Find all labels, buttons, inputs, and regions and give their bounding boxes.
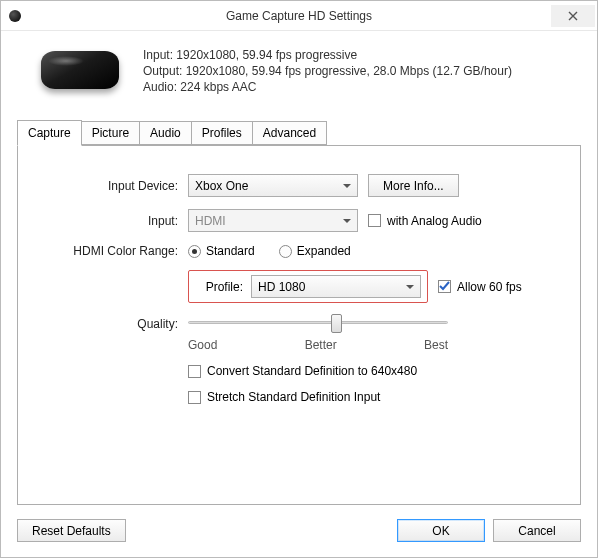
allow-60fps-label: Allow 60 fps xyxy=(457,280,522,294)
profile-highlight: Profile: HD 1080 xyxy=(188,270,428,303)
input-label: Input: xyxy=(38,214,188,228)
capture-panel: Input Device: Xbox One More Info... Inpu… xyxy=(17,145,581,505)
tab-audio[interactable]: Audio xyxy=(139,121,192,145)
radio-standard[interactable] xyxy=(188,245,201,258)
footer: Reset Defaults OK Cancel xyxy=(17,505,581,542)
titlebar: Game Capture HD Settings xyxy=(1,1,597,31)
slider-ticks: Good Better Best xyxy=(188,338,448,352)
hdmi-range-label: HDMI Color Range: xyxy=(38,244,188,258)
info-output: Output: 1920x1080, 59.94 fps progressive… xyxy=(143,63,512,79)
info-text: Input: 1920x1080, 59.94 fps progressive … xyxy=(143,45,512,97)
tab-capture[interactable]: Capture xyxy=(17,120,82,146)
allow-60fps-option[interactable]: Allow 60 fps xyxy=(438,280,522,294)
settings-window: Game Capture HD Settings Input: 1920x108… xyxy=(0,0,598,558)
quality-label: Quality: xyxy=(38,315,188,331)
tab-picture[interactable]: Picture xyxy=(81,121,140,145)
stretch-sd-option[interactable]: Stretch Standard Definition Input xyxy=(188,390,380,404)
input-select: HDMI xyxy=(188,209,358,232)
stretch-sd-checkbox[interactable] xyxy=(188,391,201,404)
cancel-button[interactable]: Cancel xyxy=(493,519,581,542)
reset-defaults-button[interactable]: Reset Defaults xyxy=(17,519,126,542)
analog-audio-option[interactable]: with Analog Audio xyxy=(368,214,482,228)
input-device-value: Xbox One xyxy=(195,179,248,193)
stretch-sd-label: Stretch Standard Definition Input xyxy=(207,390,380,404)
slider-track[interactable] xyxy=(188,321,448,324)
tick-good: Good xyxy=(188,338,217,352)
close-icon xyxy=(568,11,578,21)
info-input: Input: 1920x1080, 59.94 fps progressive xyxy=(143,47,512,63)
close-button[interactable] xyxy=(551,5,595,27)
content-area: Input: 1920x1080, 59.94 fps progressive … xyxy=(1,31,597,557)
input-value: HDMI xyxy=(195,214,226,228)
input-device-label: Input Device: xyxy=(38,179,188,193)
tab-profiles[interactable]: Profiles xyxy=(191,121,253,145)
tab-advanced[interactable]: Advanced xyxy=(252,121,327,145)
analog-audio-checkbox[interactable] xyxy=(368,214,381,227)
input-device-select[interactable]: Xbox One xyxy=(188,174,358,197)
profile-value: HD 1080 xyxy=(258,280,305,294)
analog-audio-label: with Analog Audio xyxy=(387,214,482,228)
allow-60fps-checkbox[interactable] xyxy=(438,280,451,293)
info-audio: Audio: 224 kbps AAC xyxy=(143,79,512,95)
quality-slider[interactable]: Good Better Best xyxy=(188,315,448,352)
slider-thumb[interactable] xyxy=(331,314,342,333)
header: Input: 1920x1080, 59.94 fps progressive … xyxy=(17,45,581,97)
tick-better: Better xyxy=(305,338,337,352)
convert-sd-label: Convert Standard Definition to 640x480 xyxy=(207,364,417,378)
device-image xyxy=(35,45,125,97)
more-info-button[interactable]: More Info... xyxy=(368,174,459,197)
tabs: Capture Picture Audio Profiles Advanced … xyxy=(17,119,581,505)
convert-sd-checkbox[interactable] xyxy=(188,365,201,378)
app-icon xyxy=(9,10,21,22)
hdmi-range-expanded[interactable]: Expanded xyxy=(279,244,351,258)
profile-label: Profile: xyxy=(195,280,243,294)
profile-select[interactable]: HD 1080 xyxy=(251,275,421,298)
ok-button[interactable]: OK xyxy=(397,519,485,542)
window-title: Game Capture HD Settings xyxy=(1,9,597,23)
convert-sd-option[interactable]: Convert Standard Definition to 640x480 xyxy=(188,364,417,378)
hdmi-range-standard[interactable]: Standard xyxy=(188,244,255,258)
tick-best: Best xyxy=(424,338,448,352)
radio-expanded[interactable] xyxy=(279,245,292,258)
tabstrip: Capture Picture Audio Profiles Advanced xyxy=(17,119,581,145)
